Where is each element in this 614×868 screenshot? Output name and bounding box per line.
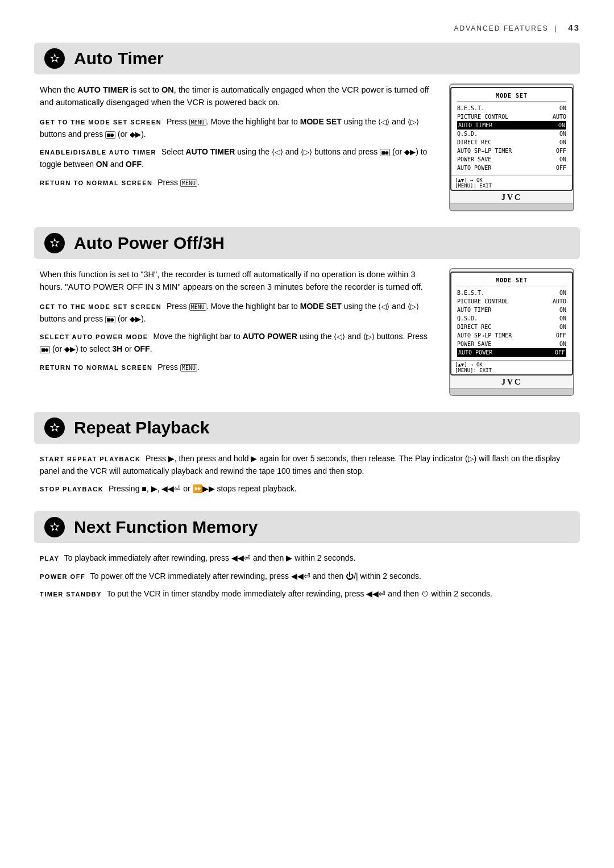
- section-body-repeat: Start Repeat Playback Press ▶, then pres…: [34, 453, 580, 495]
- vcr-brand-2: JVC: [450, 375, 573, 388]
- page-number: 43: [568, 23, 580, 32]
- vcr-decorative-1: [450, 203, 573, 210]
- section-body-auto-timer: When the AUTO TIMER is set to ON, the ti…: [34, 84, 580, 211]
- vcr-outer-2: MODE SET B.E.S.T.ON PICTURE CONTROLAUTO …: [449, 268, 574, 396]
- section-auto-power: ✫ Auto Power Off/3H When this function i…: [34, 227, 580, 396]
- section-header-next: ✫ Next Function Memory: [34, 511, 580, 543]
- section-title-repeat: Repeat Playback: [74, 418, 209, 437]
- auto-power-step-3: Return to Normal Screen Press MENU.: [40, 361, 435, 374]
- vcr-screen-1: MODE SET B.E.S.T.ON PICTURE CONTROLAUTO …: [450, 87, 573, 191]
- next-step-power-off: Power Off To power off the VCR immediate…: [40, 570, 574, 583]
- section-repeat-playback: ✫ Repeat Playback Start Repeat Playback …: [34, 412, 580, 495]
- star-icon-repeat: ✫: [44, 418, 65, 438]
- vcr-row-sptolp-2: AUTO SP→LP TIMEROFF: [457, 331, 566, 340]
- section-name: ADVANCED FEATURES: [454, 24, 549, 32]
- auto-power-screen: MODE SET B.E.S.T.ON PICTURE CONTROLAUTO …: [449, 268, 574, 396]
- section-auto-timer: ✫ Auto Timer When the AUTO TIMER is set …: [34, 43, 580, 211]
- vcr-row-directrec-1: DIRECT RECON: [457, 138, 566, 147]
- section-title-auto-timer: Auto Timer: [74, 49, 164, 68]
- auto-power-content: When this function is set to "3H", the r…: [40, 268, 574, 396]
- vcr-screen-inner-1: MODE SET B.E.S.T.ON PICTURE CONTROLAUTO …: [451, 88, 572, 176]
- section-body-next: Play To playback immediately after rewin…: [34, 552, 580, 600]
- page-header: ADVANCED FEATURES | 43: [34, 23, 580, 32]
- star-icon-auto-timer: ✫: [44, 48, 65, 69]
- auto-timer-step-1: Get to the Mode Set Screen Press MENU. M…: [40, 116, 435, 140]
- vcr-screen-2: MODE SET B.E.S.T.ON PICTURE CONTROLAUTO …: [450, 272, 573, 375]
- repeat-step-2: Stop Playback Pressing ■, ▶, ◀◀⏎ or ⏩▶▶ …: [40, 483, 574, 495]
- vcr-row-autotimer-1: AUTO TIMERON: [457, 121, 566, 130]
- auto-timer-step-3: Return to Normal Screen Press MENU.: [40, 177, 435, 189]
- vcr-row-sptolp-1: AUTO SP→LP TIMEROFF: [457, 147, 566, 155]
- vcr-screen-title-2: MODE SET: [457, 277, 566, 286]
- section-header-auto-power: ✫ Auto Power Off/3H: [34, 227, 580, 259]
- vcr-row-picture-1: PICTURE CONTROLAUTO: [457, 112, 566, 121]
- vcr-screen-title-1: MODE SET: [457, 93, 566, 102]
- repeat-step-1: Start Repeat Playback Press ▶, then pres…: [40, 453, 574, 477]
- section-header-auto-timer: ✫ Auto Timer: [34, 43, 580, 74]
- vcr-decorative-2: [450, 388, 573, 395]
- vcr-row-autotimer-2: AUTO TIMERON: [457, 306, 566, 314]
- auto-timer-text: When the AUTO TIMER is set to ON, the ti…: [40, 84, 435, 194]
- vcr-row-picture-2: PICTURE CONTROLAUTO: [457, 297, 566, 306]
- vcr-footer-1: [▲▼] → OK[MENU]: EXIT: [451, 176, 572, 190]
- auto-power-text: When this function is set to "3H", the r…: [40, 268, 435, 379]
- vcr-row-best-2: B.E.S.T.ON: [457, 289, 566, 297]
- auto-power-step-2: Select Auto Power Mode Move the highligh…: [40, 331, 435, 355]
- vcr-screen-inner-2: MODE SET B.E.S.T.ON PICTURE CONTROLAUTO …: [451, 273, 572, 360]
- vcr-footer-2: [▲▼] → OK[MENU]: EXIT: [451, 360, 572, 374]
- auto-power-step-1: Get to the Mode Set Screen Press MENU. M…: [40, 301, 435, 325]
- vcr-row-best-1: B.E.S.T.ON: [457, 104, 566, 112]
- vcr-row-qsd-1: Q.S.D.ON: [457, 130, 566, 138]
- vcr-row-powersave-2: POWER SAVEON: [457, 340, 566, 348]
- section-title-next: Next Function Memory: [74, 518, 258, 537]
- vcr-row-autopower-1: AUTO POWEROFF: [457, 164, 566, 172]
- star-icon-auto-power: ✫: [44, 233, 65, 253]
- vcr-row-powersave-1: POWER SAVEON: [457, 155, 566, 164]
- next-step-play: Play To playback immediately after rewin…: [40, 552, 574, 565]
- section-body-auto-power: When this function is set to "3H", the r…: [34, 268, 580, 396]
- vcr-row-autopower-2: AUTO POWEROFF: [457, 348, 566, 357]
- next-step-timer-standby: Timer Standby To put the VCR in timer st…: [40, 588, 574, 600]
- vcr-row-directrec-2: DIRECT RECON: [457, 323, 566, 331]
- auto-timer-screen: MODE SET B.E.S.T.ON PICTURE CONTROLAUTO …: [449, 84, 574, 211]
- auto-timer-intro: When the AUTO TIMER is set to ON, the ti…: [40, 84, 435, 109]
- section-header-repeat: ✫ Repeat Playback: [34, 412, 580, 444]
- auto-timer-step-2: Enable/Disable Auto Timer Select AUTO TI…: [40, 146, 435, 170]
- separator: |: [551, 24, 561, 32]
- section-title-auto-power: Auto Power Off/3H: [74, 233, 225, 253]
- star-icon-next: ✫: [44, 517, 65, 537]
- vcr-outer-1: MODE SET B.E.S.T.ON PICTURE CONTROLAUTO …: [449, 84, 574, 211]
- vcr-row-qsd-2: Q.S.D.ON: [457, 314, 566, 323]
- auto-timer-content: When the AUTO TIMER is set to ON, the ti…: [40, 84, 574, 211]
- auto-power-intro: When this function is set to "3H", the r…: [40, 268, 435, 294]
- page: ADVANCED FEATURES | 43 ✫ Auto Timer When…: [0, 0, 614, 868]
- section-next-function: ✫ Next Function Memory Play To playback …: [34, 511, 580, 600]
- vcr-brand-1: JVC: [450, 191, 573, 203]
